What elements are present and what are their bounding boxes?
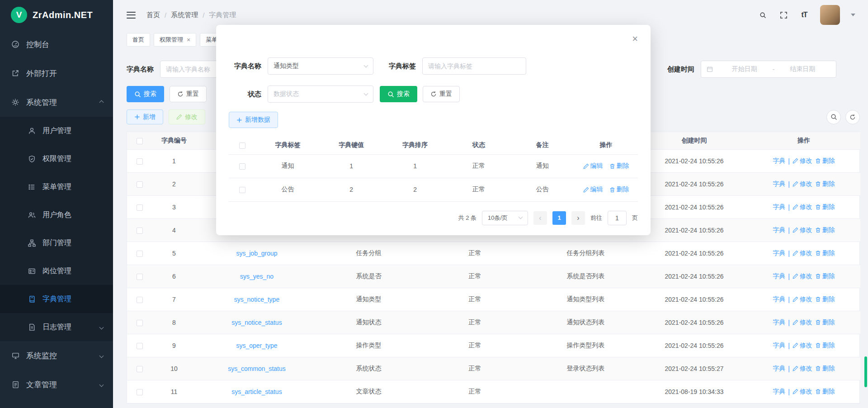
dict-link[interactable]: 字典 [773, 342, 785, 350]
sidebar-item-permission[interactable]: 权限管理 [0, 145, 113, 173]
modal-dict-name-select[interactable]: 通知类型 [268, 57, 373, 75]
modal-dict-label-input[interactable] [422, 57, 526, 75]
close-icon[interactable]: × [632, 34, 638, 44]
delete-link[interactable]: 删除 [609, 162, 629, 170]
dict-link[interactable]: 字典 [773, 203, 785, 211]
edit-link[interactable]: 编辑 [583, 185, 603, 194]
refresh-table-icon[interactable] [845, 110, 860, 124]
dict-link[interactable]: 字典 [773, 157, 785, 165]
sidebar-item-log[interactable]: 日志管理 [0, 313, 113, 341]
modal-status-select[interactable]: 数据状态 [268, 85, 373, 103]
dict-link[interactable]: 字典 [773, 180, 785, 188]
page-size-select[interactable]: 10条/页 [482, 211, 528, 225]
dict-link[interactable]: 字典 [773, 226, 785, 234]
dict-link[interactable]: 字典 [773, 388, 785, 396]
fullscreen-icon[interactable] [778, 10, 788, 20]
next-page-button[interactable]: › [571, 211, 585, 225]
dict-type-link[interactable]: sys_notice_status [231, 319, 282, 326]
edit-link[interactable]: 修改 [793, 318, 812, 327]
edit-link[interactable]: 修改 [793, 365, 812, 373]
row-checkbox[interactable] [137, 343, 143, 349]
row-checkbox[interactable] [137, 158, 143, 165]
edit-link[interactable]: 修改 [793, 272, 812, 280]
delete-link[interactable]: 删除 [815, 180, 835, 188]
row-checkbox[interactable] [137, 297, 143, 303]
modal-search-button[interactable]: 搜索 [380, 86, 417, 102]
row-checkbox[interactable] [137, 204, 143, 211]
dict-type-link[interactable]: sys_yes_no [240, 273, 274, 280]
font-size-icon[interactable]: tT [799, 10, 809, 20]
select-all-checkbox[interactable] [137, 138, 143, 144]
dict-link[interactable]: 字典 [773, 365, 785, 373]
row-checkbox[interactable] [137, 274, 143, 280]
edit-link[interactable]: 修改 [793, 295, 812, 304]
row-checkbox[interactable] [137, 320, 143, 326]
row-checkbox[interactable] [137, 181, 143, 188]
row-checkbox[interactable] [137, 228, 143, 234]
prev-page-button[interactable]: ‹ [533, 211, 547, 225]
delete-link[interactable]: 删除 [609, 185, 629, 194]
goto-page-input[interactable] [608, 211, 627, 225]
breadcrumb-item[interactable]: 首页 [146, 11, 160, 19]
edit-button[interactable]: 修改 [169, 109, 205, 124]
search-button[interactable]: 搜索 [127, 86, 164, 102]
dict-type-link[interactable]: sys_oper_type [236, 342, 277, 349]
tab-home[interactable]: 首页 [127, 33, 150, 47]
date-range-picker[interactable]: 开始日期 - 结束日期 [701, 61, 836, 78]
toggle-search-icon[interactable] [826, 110, 841, 124]
search-icon[interactable] [758, 10, 768, 20]
sidebar-item-monitor[interactable]: 系统监控 [0, 341, 113, 370]
edit-link[interactable]: 修改 [793, 388, 812, 396]
sidebar-item-dict[interactable]: 字典管理 [0, 285, 113, 313]
select-all-checkbox[interactable] [239, 142, 245, 149]
sidebar-item-role[interactable]: 用户角色 [0, 201, 113, 229]
sidebar-item-user[interactable]: 用户管理 [0, 117, 113, 145]
edit-link[interactable]: 修改 [793, 203, 812, 211]
delete-link[interactable]: 删除 [815, 272, 835, 280]
edit-link[interactable]: 修改 [793, 226, 812, 234]
edit-link[interactable]: 修改 [793, 342, 812, 350]
tab-permission[interactable]: 权限管理× [154, 33, 196, 47]
chevron-down-icon[interactable] [851, 14, 855, 16]
sidebar-item-article[interactable]: 文章管理 [0, 370, 113, 399]
edit-link[interactable]: 修改 [793, 249, 812, 257]
edit-link[interactable]: 修改 [793, 180, 812, 188]
current-page[interactable]: 1 [552, 211, 566, 225]
modal-reset-button[interactable]: 重置 [423, 86, 460, 102]
row-checkbox[interactable] [239, 187, 245, 193]
dict-link[interactable]: 字典 [773, 318, 785, 327]
row-checkbox[interactable] [137, 389, 143, 395]
sidebar-item-system[interactable]: 系统管理 [0, 88, 113, 117]
add-button[interactable]: 新增 [127, 109, 163, 124]
delete-link[interactable]: 删除 [815, 388, 835, 396]
collapse-sidebar-icon[interactable] [127, 12, 136, 19]
row-checkbox[interactable] [137, 251, 143, 257]
scrollbar-thumb[interactable] [864, 356, 867, 387]
sidebar-item-external[interactable]: 外部打开 [0, 59, 113, 88]
sidebar-item-department[interactable]: 部门管理 [0, 229, 113, 257]
row-checkbox[interactable] [137, 366, 143, 372]
delete-link[interactable]: 删除 [815, 226, 835, 234]
reset-button[interactable]: 重置 [170, 86, 207, 102]
dict-type-link[interactable]: sys_article_status [231, 388, 282, 395]
close-icon[interactable]: × [187, 37, 190, 43]
add-data-button[interactable]: 新增数据 [229, 112, 278, 128]
sidebar-item-post[interactable]: 岗位管理 [0, 257, 113, 285]
edit-link[interactable]: 修改 [793, 157, 812, 165]
delete-link[interactable]: 删除 [815, 318, 835, 327]
delete-link[interactable]: 删除 [815, 157, 835, 165]
edit-link[interactable]: 编辑 [583, 162, 603, 170]
avatar[interactable] [820, 5, 840, 25]
delete-link[interactable]: 删除 [815, 342, 835, 350]
sidebar-item-menu[interactable]: 菜单管理 [0, 173, 113, 201]
delete-link[interactable]: 删除 [815, 365, 835, 373]
delete-link[interactable]: 删除 [815, 203, 835, 211]
sidebar-item-dashboard[interactable]: 控制台 [0, 30, 113, 59]
delete-link[interactable]: 删除 [815, 249, 835, 257]
dict-type-link[interactable]: sys_common_status [228, 365, 286, 372]
dict-link[interactable]: 字典 [773, 249, 785, 257]
breadcrumb-item[interactable]: 系统管理 [171, 11, 198, 19]
dict-link[interactable]: 字典 [773, 272, 785, 280]
dict-type-link[interactable]: sys_job_group [236, 250, 277, 257]
dict-type-link[interactable]: sys_notice_type [234, 296, 279, 303]
